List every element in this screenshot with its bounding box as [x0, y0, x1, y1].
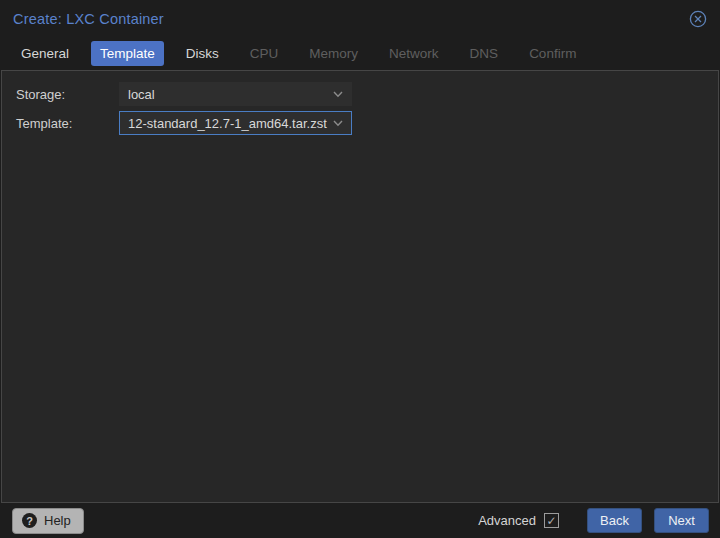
- close-icon[interactable]: [689, 10, 707, 28]
- storage-value: local: [128, 87, 332, 102]
- tab-memory: Memory: [300, 41, 367, 66]
- tab-template[interactable]: Template: [91, 41, 164, 66]
- chevron-down-icon: [332, 117, 344, 129]
- tab-dns: DNS: [461, 41, 508, 66]
- tab-network: Network: [380, 41, 448, 66]
- template-row: Template: 12-standard_12.7-1_amd64.tar.z…: [16, 111, 718, 135]
- next-button[interactable]: Next: [654, 508, 709, 533]
- tab-confirm: Confirm: [520, 41, 585, 66]
- question-circle-icon: ?: [22, 513, 37, 528]
- wizard-tab-bar: General Template Disks CPU Memory Networ…: [0, 38, 720, 68]
- advanced-label: Advanced: [478, 513, 536, 528]
- tab-cpu: CPU: [241, 41, 288, 66]
- dialog-titlebar: Create: LXC Container: [0, 0, 720, 38]
- dialog-title: Create: LXC Container: [13, 11, 164, 27]
- help-button[interactable]: ? Help: [12, 508, 84, 534]
- help-button-label: Help: [44, 513, 71, 528]
- dialog-footer: ? Help Advanced ✓ Back Next: [0, 503, 720, 538]
- footer-actions: Advanced ✓ Back Next: [478, 508, 709, 533]
- storage-row: Storage: local: [16, 82, 718, 106]
- tab-general[interactable]: General: [12, 41, 78, 66]
- create-lxc-container-dialog: Create: LXC Container General Template D…: [0, 0, 720, 538]
- template-combobox[interactable]: 12-standard_12.7-1_amd64.tar.zst: [119, 111, 352, 135]
- template-form-panel: Storage: local Template: 12-standard_12.…: [1, 70, 719, 503]
- template-label: Template:: [16, 116, 119, 131]
- chevron-down-icon: [332, 88, 344, 100]
- storage-combobox[interactable]: local: [119, 82, 352, 106]
- storage-label: Storage:: [16, 87, 119, 102]
- back-button[interactable]: Back: [587, 508, 642, 533]
- advanced-checkbox[interactable]: ✓: [544, 513, 559, 528]
- tab-disks[interactable]: Disks: [177, 41, 228, 66]
- template-value: 12-standard_12.7-1_amd64.tar.zst: [128, 116, 332, 131]
- check-icon: ✓: [546, 515, 556, 527]
